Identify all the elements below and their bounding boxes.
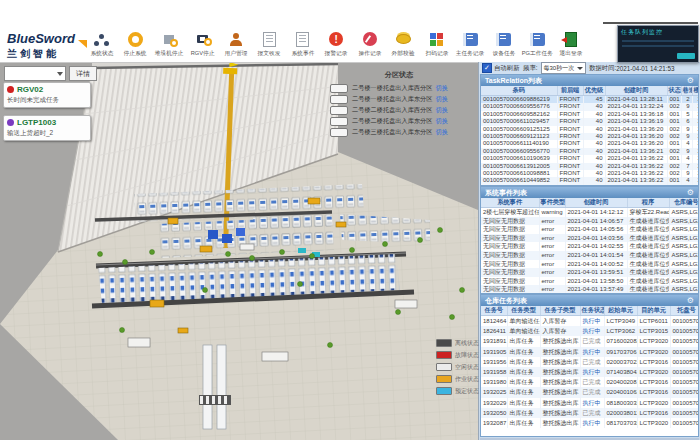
- system-event-table: 系统事件事件类型创建时间程序仓库编号2楼七层穿梭车超过任务响应时间warning…: [481, 198, 699, 294]
- table-row[interactable]: 2楼七层穿梭车超过任务响应时间warning2021-04-01 14:12:1…: [481, 208, 699, 217]
- mini-monitor-window[interactable]: 任务队列监控: [617, 25, 699, 63]
- table-row[interactable]: 1812464单向输送任务入库暂存执行中LCTP3049LCTP60110010…: [481, 316, 699, 327]
- alert-card-rgv02[interactable]: RGV02 长时间未完成任务: [3, 82, 91, 108]
- table-row[interactable]: 1932050出库任务整托拣选出库已完成0200038011LCTP301600…: [481, 408, 699, 418]
- column-header[interactable]: 起始单元: [604, 306, 637, 316]
- top-toolbar: BlueSword 兰剑智能 系统状态 停止系统 堆垛机停止 RGV停止 用户管…: [0, 0, 700, 63]
- table-row[interactable]: 1932087出库任务整托拣选出库执行中0817037032LCTP302000…: [481, 418, 699, 428]
- table-row[interactable]: 无回应无用数据error2021-04-01 14:01:54生成巷道库位负请求…: [481, 251, 699, 260]
- toolbar-external-check[interactable]: 外部校验: [387, 31, 421, 58]
- zone-checkbox[interactable]: [330, 84, 348, 93]
- window-divider: [603, 22, 698, 24]
- table-row[interactable]: 无回应无用数据error2021-04-01 14:00:52生成巷道库位负请求…: [481, 260, 699, 269]
- table-row[interactable]: 00100570006609125125FRONT402021-04-01 13…: [481, 126, 699, 133]
- toolbar-pg-task[interactable]: PG工作任务: [521, 31, 555, 58]
- toolbar-device-task[interactable]: 设备任务: [487, 31, 521, 58]
- column-header[interactable]: 任务子类型: [540, 306, 580, 316]
- table-row[interactable]: 00100570006610098881FRONT402021-04-01 13…: [481, 170, 699, 177]
- toolbar-stacker-stop[interactable]: 堆垛机停止: [152, 31, 186, 58]
- column-header[interactable]: 楼层: [692, 86, 699, 96]
- detail-button[interactable]: 详情: [69, 66, 97, 81]
- zone-checkbox[interactable]: [330, 128, 348, 137]
- table-row[interactable]: 1931905出库任务整托拣选出库执行中0917037061LCTP302000…: [481, 347, 699, 357]
- zone-checkbox[interactable]: [330, 95, 348, 104]
- column-header[interactable]: 目的单元: [637, 306, 670, 316]
- gear-icon[interactable]: ⚙: [687, 188, 694, 198]
- table-row[interactable]: 00100570006609556776FRONT402021-04-01 13…: [481, 103, 699, 110]
- zone-switch-link[interactable]: 切换: [435, 84, 447, 93]
- device-filter-select[interactable]: [4, 66, 66, 81]
- table-row[interactable]: 1931956出库任务整托拣选出库已完成0200037022LCTP301600…: [481, 357, 699, 367]
- main-task-icon: [463, 33, 478, 46]
- zone-row: 二号楼一楼托盘出入库东分区切换: [330, 94, 468, 105]
- table-row[interactable]: 1932029出库任务整托拣选出库执行中0818003032LCTP302000…: [481, 398, 699, 408]
- table-row[interactable]: 00100570006609886219FRONT452021-04-01 13…: [481, 96, 699, 104]
- table-row[interactable]: 无回应无用数据error2021-04-01 14:05:56生成巷道库位负请求…: [481, 225, 699, 234]
- table-row[interactable]: 无回应无用数据error2021-04-01 14:06:57生成巷道库位负请求…: [481, 217, 699, 226]
- column-header[interactable]: 状态: [667, 86, 681, 96]
- zone-panel-title: 分区状态: [330, 70, 468, 80]
- table-row[interactable]: 无回应无用数据error2021-04-01 13:57:49生成巷道库位负请求…: [481, 285, 699, 294]
- table-row[interactable]: 00100570006609121123FRONT402021-04-01 13…: [481, 133, 699, 140]
- table-row[interactable]: 1932025出库任务整托拣选出库已完成0204001062LCTP301600…: [481, 387, 699, 397]
- toolbar-alarm-record[interactable]: !报警记录: [320, 31, 354, 58]
- gear-icon[interactable]: ⚙: [687, 76, 694, 86]
- table-row[interactable]: 00100570006609556770FRONT402021-04-01 13…: [481, 148, 699, 155]
- table-row[interactable]: 无回应无用数据error2021-04-01 13:58:50生成巷道库位负请求…: [481, 277, 699, 286]
- table-row[interactable]: 1931958出库任务整托拣选出库执行中0714038042LCTP302000…: [481, 367, 699, 377]
- zone-checkbox[interactable]: [330, 117, 348, 126]
- table-row[interactable]: 00100570006609582162FRONT402021-04-01 13…: [481, 111, 699, 118]
- stop-system-icon: [128, 32, 143, 47]
- zone-switch-link[interactable]: 切换: [435, 128, 447, 137]
- column-header[interactable]: 托盘号: [670, 306, 699, 316]
- table-row[interactable]: 00100570006610449852FRONT402021-04-01 13…: [481, 177, 699, 184]
- table-row[interactable]: 00100570006611029457FRONT402021-04-01 13…: [481, 118, 699, 125]
- zone-checkbox[interactable]: [330, 106, 348, 115]
- toolbar-main-task-record[interactable]: 主任务记录: [454, 31, 488, 58]
- column-header[interactable]: 任务类型: [507, 306, 540, 316]
- column-header[interactable]: 创建时间: [565, 198, 627, 208]
- column-header[interactable]: 前后端: [557, 86, 583, 96]
- column-header[interactable]: 程序: [627, 198, 669, 208]
- table-row[interactable]: 无回应无用数据error2021-04-01 14:02:55生成巷道库位负请求…: [481, 242, 699, 251]
- column-header[interactable]: 系统事件: [481, 198, 539, 208]
- toolbar-stop-system[interactable]: 停止系统: [119, 31, 153, 58]
- alert-card-lgtp1003[interactable]: LGTP1003 输送上货超时_2: [3, 115, 91, 141]
- brand-name-cn: 兰剑智能: [7, 47, 83, 61]
- column-header[interactable]: 仓库编号: [669, 198, 699, 208]
- gear-icon[interactable]: ⚙: [687, 296, 694, 306]
- zone-switch-link[interactable]: 切换: [435, 106, 447, 115]
- table-row[interactable]: 1931891出库任务整托拣选出库已完成0716002082LCTP302000…: [481, 336, 699, 346]
- mini-window-button[interactable]: [677, 53, 695, 59]
- toolbar-user-management[interactable]: 用户管理: [219, 31, 253, 58]
- column-header[interactable]: 事件类型: [539, 198, 565, 208]
- toolbar-system-status[interactable]: 系统状态: [85, 31, 119, 58]
- table-row[interactable]: 00100570006613912005FRONT402021-04-01 13…: [481, 163, 699, 170]
- column-header[interactable]: 任务状态: [580, 306, 604, 316]
- column-header[interactable]: 条码: [481, 86, 557, 96]
- column-header[interactable]: 任务号: [481, 306, 507, 316]
- user-management-icon: [233, 33, 239, 39]
- column-header[interactable]: 优先级: [583, 86, 605, 96]
- toolbar-system-event[interactable]: 系统事件: [286, 31, 320, 58]
- toolbar-scan-record[interactable]: 扫码记录: [420, 31, 454, 58]
- table-row[interactable]: 1931980出库任务整托拣选出库已完成0204002081LCTP301600…: [481, 377, 699, 387]
- zone-switch-link[interactable]: 切换: [435, 95, 447, 104]
- toolbar-message[interactable]: 报文收发: [253, 31, 287, 58]
- network-status-icon: [99, 34, 104, 39]
- table-row[interactable]: 无回应无用数据error2021-04-01 14:03:56生成巷道库位负请求…: [481, 234, 699, 243]
- table-row[interactable]: 1826411单向输送任务入库暂存执行中LCTP3062LCTP30150010…: [481, 326, 699, 336]
- brand-name: BlueSword: [7, 32, 83, 45]
- toolbar-logout[interactable]: 退出登录: [554, 31, 588, 58]
- auto-refresh-checkbox[interactable]: ✓: [482, 63, 492, 73]
- toolbar-operation-record[interactable]: 操作记录: [353, 31, 387, 58]
- frequency-select[interactable]: 每30秒一次: [541, 62, 587, 74]
- zone-switch-link[interactable]: 切换: [435, 117, 447, 126]
- table-row[interactable]: 00100570006611140190FRONT402021-04-01 13…: [481, 140, 699, 147]
- column-header[interactable]: 创建时间: [605, 86, 667, 96]
- column-header[interactable]: 巷道: [681, 86, 692, 96]
- table-row[interactable]: 00100570006610190639FRONT402021-04-01 13…: [481, 155, 699, 162]
- table-row[interactable]: 无回应无用数据error2021-04-01 13:59:51生成巷道库位负请求…: [481, 268, 699, 277]
- toolbar-rgv-stop[interactable]: RGV停止: [186, 31, 220, 58]
- legend-swatch: [436, 363, 452, 371]
